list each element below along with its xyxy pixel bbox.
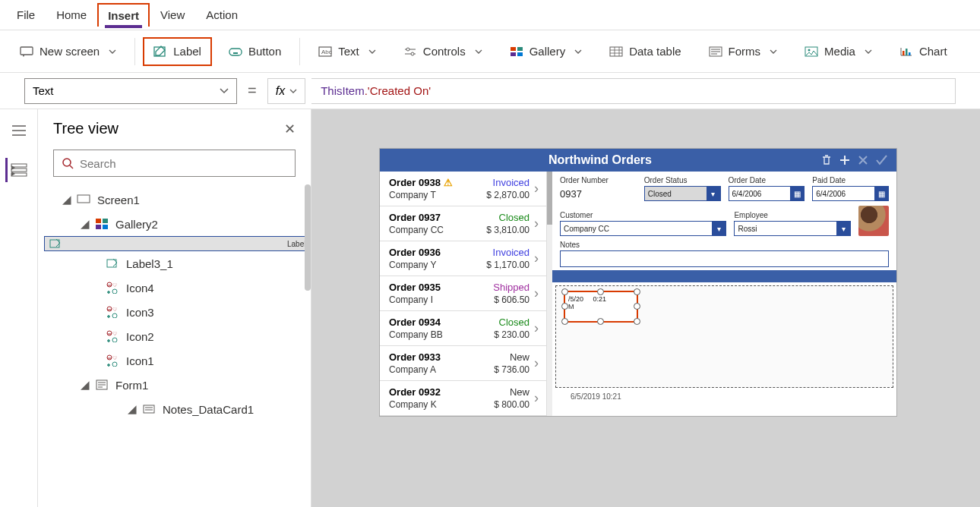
formula-token-item: ThisItem	[321, 84, 365, 97]
tree-node-notes[interactable]: ◢ Notes_DataCard1	[44, 397, 311, 421]
app-body: Order 0938 ⚠Invoiced Company T$ 2,870.00…	[380, 172, 896, 416]
svg-text:♡: ♡	[112, 307, 117, 312]
tree-node-label3[interactable]: Label3_1	[44, 251, 311, 276]
paid-date-input[interactable]: 6/4/2006▦	[812, 186, 889, 201]
charts-button[interactable]: Chart	[889, 37, 958, 66]
gallery-button[interactable]: Gallery	[499, 37, 593, 66]
gallery-scrollbar[interactable]	[547, 172, 552, 416]
notes-label: Notes	[560, 241, 889, 249]
svg-rect-10	[517, 47, 523, 51]
tree-node-screen[interactable]: ◢ Screen1	[44, 187, 311, 212]
chevron-down-icon: ▾	[707, 187, 720, 200]
notes-input[interactable]	[560, 250, 889, 267]
tree-label: Form1	[115, 379, 148, 392]
hamburger-icon[interactable]	[7, 118, 31, 143]
chevron-down-icon	[475, 49, 482, 54]
order-row[interactable]: Order 0938 ⚠Invoiced Company T$ 2,870.00…	[380, 172, 546, 206]
formula-bar: Text = fx ThisItem.'Created On'	[0, 73, 980, 109]
forms-button[interactable]: Forms	[698, 37, 789, 66]
chevron-down-icon: ▾	[712, 222, 726, 235]
order-row[interactable]: Order 0932New Company K$ 800.00 ›	[380, 381, 546, 416]
menu-insert[interactable]: Insert	[97, 3, 150, 27]
app-title: Northwind Orders	[380, 153, 820, 167]
collapse-icon[interactable]: ◢	[81, 378, 88, 392]
check-icon[interactable]	[875, 154, 889, 166]
tree-node-icon4[interactable]: ♡ Icon4	[44, 276, 311, 300]
tree-node-gallery[interactable]: ◢ Gallery2	[44, 212, 311, 236]
table-icon	[609, 45, 623, 58]
new-screen-button[interactable]: New screen	[9, 37, 127, 66]
collapse-icon[interactable]: ◢	[62, 193, 70, 206]
gallery-btn-label: Gallery	[530, 45, 566, 58]
new-screen-label: New screen	[40, 45, 100, 58]
label-button[interactable]: Label	[143, 37, 212, 66]
charts-btn-label: Chart	[919, 45, 947, 58]
menu-home[interactable]: Home	[46, 2, 97, 27]
ribbon: New screen Label Button Abc Text Control…	[0, 30, 980, 73]
order-status-select[interactable]: Closed▾	[644, 186, 721, 201]
svg-point-40	[107, 355, 112, 360]
app-header: Northwind Orders	[380, 149, 896, 172]
tree-node-icon2[interactable]: ♡ Icon2	[44, 324, 311, 348]
chevron-right-icon: ›	[534, 250, 539, 266]
chevron-right-icon: ›	[534, 181, 539, 197]
search-input[interactable]	[80, 157, 287, 170]
order-row[interactable]: Order 0937Closed Company CC$ 3,810.00 ›	[380, 206, 546, 241]
tree-node-icon1[interactable]: ♡ Icon1	[44, 348, 311, 373]
menu-action[interactable]: Action	[195, 2, 248, 27]
collapse-icon[interactable]: ◢	[81, 217, 88, 231]
cancel-icon[interactable]	[857, 154, 869, 166]
tree-scrollbar[interactable]	[305, 184, 311, 291]
customer-select[interactable]: Company CC▾	[560, 221, 726, 236]
tree-node-form[interactable]: ◢ Form1	[44, 373, 311, 397]
chevron-down-icon	[574, 49, 582, 54]
canvas[interactable]: Northwind Orders Order 0938 ⚠Invoiced Co…	[311, 109, 980, 507]
add-icon[interactable]	[839, 154, 851, 166]
order-row[interactable]: Order 0935Shipped Company I$ 606.50 ›	[380, 276, 546, 311]
text-icon: Abc	[318, 45, 332, 58]
fx-icon: fx	[276, 84, 285, 98]
notes-datacard-area[interactable]: /5/20 0:21 M	[555, 285, 893, 388]
svg-rect-3	[229, 49, 242, 55]
order-date-input[interactable]: 6/4/2006▦	[729, 186, 805, 201]
close-icon[interactable]: ✕	[284, 121, 296, 137]
tree-header: Tree view ✕	[38, 109, 311, 145]
svg-text:♡: ♡	[112, 355, 117, 361]
tree-node-icon3[interactable]: ♡ Icon3	[44, 300, 311, 324]
tree-label: Screen1	[97, 194, 140, 206]
menu-bar: File Home Insert View Action	[0, 0, 980, 30]
orders-gallery[interactable]: Order 0938 ⚠Invoiced Company T$ 2,870.00…	[380, 172, 547, 416]
screen-icon	[20, 45, 33, 58]
order-row[interactable]: Order 0934Closed Company BB$ 230.00 ›	[380, 311, 546, 346]
data-table-button[interactable]: Data table	[599, 37, 691, 66]
button-button[interactable]: Button	[218, 37, 292, 66]
result-preview: 6/5/2019 10:21	[571, 392, 889, 401]
order-row[interactable]: Order 0933New Company A$ 736.00 ›	[380, 346, 546, 381]
button-icon	[229, 45, 242, 58]
tree-search[interactable]	[53, 150, 296, 177]
svg-text:♡: ♡	[112, 282, 117, 288]
selected-label-control[interactable]: /5/20 0:21 M	[564, 291, 638, 323]
tree-node-label4[interactable]: Label4	[44, 236, 311, 251]
text-button[interactable]: Abc Text	[308, 37, 387, 66]
collapse-icon[interactable]: ◢	[128, 402, 135, 416]
svg-rect-44	[144, 405, 154, 413]
trash-icon[interactable]	[820, 154, 833, 166]
fx-button[interactable]: fx	[267, 78, 305, 104]
media-icon	[805, 45, 818, 58]
order-row[interactable]: Order 0936Invoiced Company Y$ 1,170.00 ›	[380, 241, 546, 276]
controls-button[interactable]: Controls	[393, 37, 493, 66]
svg-rect-19	[909, 52, 911, 55]
menu-view[interactable]: View	[150, 2, 195, 27]
sliders-icon	[403, 45, 417, 58]
property-selector[interactable]: Text	[24, 78, 237, 104]
employee-select[interactable]: Rossi▾	[734, 221, 851, 236]
menu-file[interactable]: File	[6, 2, 46, 27]
media-button[interactable]: Media	[794, 37, 883, 66]
tree-label: Gallery2	[115, 218, 158, 231]
chevron-down-icon	[368, 49, 376, 54]
tree-view-icon[interactable]	[5, 158, 30, 182]
group-icon: ♡	[105, 304, 120, 320]
formula-input[interactable]: ThisItem.'Created On'	[311, 78, 956, 104]
svg-point-31	[107, 282, 112, 287]
